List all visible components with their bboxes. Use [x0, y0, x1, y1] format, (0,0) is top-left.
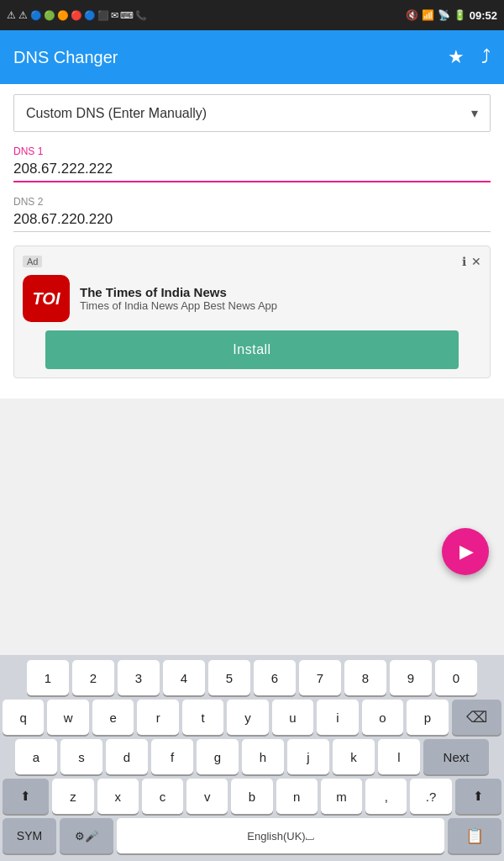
shift-key-right[interactable]: ⬆: [455, 779, 501, 814]
app-bar-actions: ★ ⤴: [448, 46, 491, 68]
sym-key[interactable]: SYM: [3, 818, 56, 853]
space-underline-icon: ⎵: [306, 828, 314, 843]
install-button[interactable]: Install: [45, 330, 458, 369]
asdfgh-row: a s d f g h j k l Next: [3, 739, 501, 774]
key-f[interactable]: f: [151, 739, 193, 774]
status-icons-left: ⚠ ⚠ 🔵🟢🟠🔴🔵⬛✉⌨📞: [7, 9, 147, 21]
key-l[interactable]: l: [378, 739, 420, 774]
key-m[interactable]: m: [321, 779, 362, 814]
wifi-icon: 📶: [422, 9, 434, 21]
key-t[interactable]: t: [182, 700, 223, 735]
dns2-field: DNS 2: [13, 196, 491, 232]
ad-text: The Times of India News Times of India N…: [80, 285, 277, 312]
ad-close-icon[interactable]: ✕: [471, 255, 481, 268]
app-icons: 🔵🟢🟠🔴🔵⬛✉⌨📞: [30, 10, 147, 21]
mute-icon: 🔇: [406, 9, 418, 21]
key-d[interactable]: d: [106, 739, 148, 774]
favorite-button[interactable]: ★: [448, 46, 465, 68]
number-row: 1 2 3 4 5 6 7 8 9 0: [3, 660, 501, 695]
key-u[interactable]: u: [272, 700, 313, 735]
key-a[interactable]: a: [15, 739, 57, 774]
ad-subtitle: Times of India News App Best News App: [80, 299, 277, 312]
key-7[interactable]: 7: [299, 660, 341, 695]
dns2-input[interactable]: [13, 211, 491, 232]
toi-logo: TOI: [23, 275, 70, 322]
key-3[interactable]: 3: [118, 660, 160, 695]
share-button[interactable]: ⤴: [481, 46, 491, 68]
dns1-input[interactable]: [13, 161, 491, 182]
warning-icon-2: ⚠: [18, 9, 28, 21]
key-k[interactable]: k: [333, 739, 375, 774]
dropdown-label: Custom DNS (Enter Manually): [26, 106, 207, 121]
key-p[interactable]: p: [407, 700, 448, 735]
dns1-field: DNS 1: [13, 145, 491, 182]
key-0[interactable]: 0: [435, 660, 477, 695]
key-i[interactable]: i: [317, 700, 358, 735]
key-h[interactable]: h: [242, 739, 284, 774]
key-q[interactable]: q: [3, 700, 44, 735]
ad-container: Ad ℹ ✕ TOI The Times of India News Times…: [13, 246, 491, 378]
space-key[interactable]: English(UK) ⎵: [117, 818, 444, 853]
clipboard-key[interactable]: 📋: [448, 818, 501, 853]
ad-header: Ad ℹ ✕: [23, 255, 481, 268]
key-o[interactable]: o: [362, 700, 403, 735]
battery-icon: 🔋: [454, 9, 466, 21]
status-bar: ⚠ ⚠ 🔵🟢🟠🔴🔵⬛✉⌨📞 🔇 📶 📡 🔋 09:52: [0, 0, 504, 30]
dns1-label: DNS 1: [13, 145, 491, 157]
key-2[interactable]: 2: [72, 660, 114, 695]
key-1[interactable]: 1: [27, 660, 69, 695]
warning-icon-1: ⚠: [7, 9, 16, 21]
app-bar: DNS Changer ★ ⤴: [0, 30, 504, 84]
app-title: DNS Changer: [13, 48, 118, 67]
key-n[interactable]: n: [276, 779, 318, 814]
ad-info-icon[interactable]: ℹ: [462, 255, 466, 268]
dns2-label: DNS 2: [13, 196, 491, 208]
space-label: English(UK): [247, 830, 305, 843]
key-w[interactable]: w: [47, 700, 88, 735]
key-4[interactable]: 4: [163, 660, 205, 695]
chevron-down-icon: ▾: [471, 105, 478, 121]
shift-key[interactable]: ⬆: [3, 779, 49, 814]
key-y[interactable]: y: [227, 700, 268, 735]
key-v[interactable]: v: [186, 779, 228, 814]
time-display: 09:52: [470, 9, 497, 22]
key-5[interactable]: 5: [208, 660, 250, 695]
keyboard: 1 2 3 4 5 6 7 8 9 0 q w e r t y u i o p …: [0, 655, 504, 861]
key-b[interactable]: b: [231, 779, 272, 814]
next-key[interactable]: Next: [423, 739, 489, 774]
ad-controls: ℹ ✕: [462, 255, 481, 268]
key-r[interactable]: r: [137, 700, 178, 735]
dns-preset-dropdown[interactable]: Custom DNS (Enter Manually) ▾: [13, 94, 491, 132]
key-g[interactable]: g: [197, 739, 239, 774]
key-dotquestion[interactable]: .?: [410, 779, 451, 814]
key-comma[interactable]: ,: [365, 779, 407, 814]
ad-body: TOI The Times of India News Times of Ind…: [23, 275, 481, 322]
key-z[interactable]: z: [52, 779, 93, 814]
main-content: Custom DNS (Enter Manually) ▾ DNS 1 DNS …: [0, 84, 504, 399]
status-icons-right: 🔇 📶 📡 🔋 09:52: [406, 9, 497, 22]
bottom-row: SYM ⚙🎤 English(UK) ⎵ 📋: [3, 818, 501, 853]
qwerty-row: q w e r t y u i o p ⌫: [3, 700, 501, 735]
key-c[interactable]: c: [142, 779, 183, 814]
settings-mic-key[interactable]: ⚙🎤: [60, 818, 113, 853]
signal-icon: 📡: [438, 9, 450, 21]
key-x[interactable]: x: [97, 779, 139, 814]
key-9[interactable]: 9: [390, 660, 432, 695]
backspace-key[interactable]: ⌫: [452, 700, 501, 735]
key-8[interactable]: 8: [344, 660, 386, 695]
ad-badge: Ad: [23, 256, 42, 267]
play-icon: ▶: [459, 541, 474, 563]
ad-title: The Times of India News: [80, 285, 277, 299]
key-j[interactable]: j: [287, 739, 329, 774]
key-6[interactable]: 6: [254, 660, 296, 695]
key-e[interactable]: e: [92, 700, 134, 735]
zxcvbn-row: ⬆ z x c v b n m , .? ⬆: [3, 779, 501, 814]
next-fab-button[interactable]: ▶: [442, 528, 489, 575]
key-s[interactable]: s: [60, 739, 102, 774]
